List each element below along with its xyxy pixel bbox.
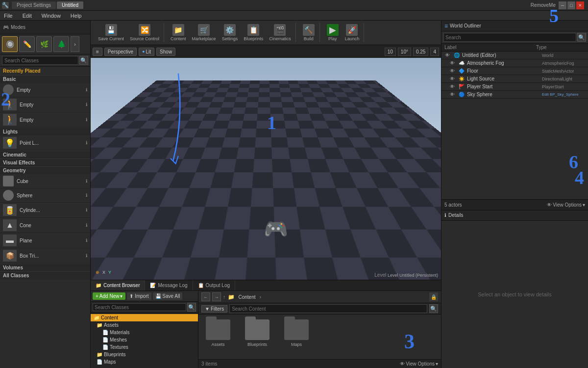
outliner-light-source[interactable]: 👁 ☀️ Light Source DirectionalLight: [441, 75, 588, 83]
content-grid[interactable]: Assets Blueprints Maps 3: [198, 315, 441, 359]
marketplace-button[interactable]: 🛒 Marketplace: [190, 23, 219, 42]
content-button[interactable]: 📁 Content: [168, 23, 189, 42]
menu-window[interactable]: Window: [40, 13, 63, 19]
outliner-atmospheric-fog[interactable]: 👁 ☁️ Atmospheric Fog AtmosphericFog: [441, 59, 588, 67]
vis-icon-4[interactable]: 👁: [448, 84, 456, 89]
lit-button[interactable]: ● Lit: [139, 48, 154, 56]
viewport-menu-button[interactable]: ≡: [93, 48, 102, 56]
content-search-button[interactable]: 🔍: [429, 304, 438, 313]
place-info-cone[interactable]: ℹ: [86, 223, 87, 228]
lock-button[interactable]: 🔒: [429, 292, 438, 301]
place-plane[interactable]: ▬ Plane ℹ: [0, 233, 90, 248]
place-cone[interactable]: ▲ Cone ℹ: [0, 218, 90, 233]
content-search-input[interactable]: [229, 304, 427, 313]
outliner-search-button[interactable]: 🔍: [577, 33, 586, 42]
place-boxtri[interactable]: 📦 Box Tri... ℹ: [0, 248, 90, 263]
tree-blueprints[interactable]: 📁 Blueprints: [91, 351, 198, 358]
vis-icon-0[interactable]: 👁: [443, 53, 451, 58]
tab-project-settings[interactable]: Project Settings: [12, 1, 56, 9]
outliner-untitled[interactable]: 👁 🌐 Untitled (Editor) World: [441, 52, 588, 59]
import-button[interactable]: ⬆ Import: [127, 292, 151, 300]
place-info-sphere[interactable]: ℹ: [86, 193, 87, 198]
place-empty-2[interactable]: 🚶 Empty ℹ: [0, 97, 90, 112]
save-all-button[interactable]: 💾 Save All: [153, 292, 183, 300]
blueprints-button[interactable]: 📋 Blueprints: [241, 23, 266, 42]
cinematics-button[interactable]: 🎬 Cinematics: [267, 23, 294, 42]
place-empty-3[interactable]: 🚶 Empty ℹ: [0, 112, 90, 128]
perspective-button[interactable]: Perspective: [104, 48, 137, 56]
settings-button[interactable]: ⚙️ Settings: [220, 23, 241, 42]
vis-icon-5[interactable]: 👁: [448, 92, 456, 97]
vis-icon-3[interactable]: 👁: [448, 76, 456, 81]
place-info-1[interactable]: ℹ: [86, 87, 87, 92]
outliner-sky-sphere[interactable]: 👁 🔵 Sky Sphere Edit BP_Sky_Sphere: [441, 91, 588, 99]
category-vfx: Visual Effects: [0, 158, 90, 166]
place-info-cyl[interactable]: ℹ: [86, 208, 87, 212]
place-pointlight[interactable]: 💡 Point L... ℹ: [0, 135, 90, 151]
mode-foliage[interactable]: 🌿: [36, 36, 52, 52]
viewport-scene[interactable]: 🎮 1 Level Level Untitled (Persistent) ⊕ …: [91, 58, 441, 280]
vis-icon-2[interactable]: 👁: [448, 68, 456, 74]
place-cylinder[interactable]: 🥫 Cylinde... ℹ: [0, 203, 90, 218]
view-options-outliner[interactable]: 👁 View Options ▾: [547, 202, 585, 208]
tree-assets[interactable]: 📁 Assets: [91, 321, 198, 329]
tree-maps[interactable]: 📄 Maps: [91, 358, 198, 366]
place-sphere[interactable]: Sphere ℹ: [0, 188, 90, 203]
menu-help[interactable]: Help: [69, 13, 84, 19]
tab-message-log[interactable]: 📝 Message Log: [145, 280, 193, 290]
outliner-floor[interactable]: 👁 🔷 Floor StaticMeshActor: [441, 67, 588, 75]
add-new-button[interactable]: + Add New ▾: [93, 292, 125, 300]
menu-file[interactable]: File: [2, 13, 15, 19]
viewport[interactable]: ≡ Perspective ● Lit Show 10 10° 0.25: [91, 45, 441, 280]
source-control-button[interactable]: 🔀 Source Control: [127, 23, 162, 42]
outliner-search-input[interactable]: [443, 33, 576, 42]
mode-select[interactable]: 🔘: [2, 36, 18, 52]
folder-maps[interactable]: Maps: [282, 319, 311, 347]
tab-output-log[interactable]: 📋 Output Log: [193, 280, 235, 290]
marketplace-icon: 🛒: [198, 24, 210, 36]
mode-landscape[interactable]: 🌲: [53, 36, 69, 52]
view-options-button[interactable]: 👁 View Options ▾: [400, 361, 438, 367]
vis-icon-1[interactable]: 👁: [448, 60, 456, 66]
nav-forward-button[interactable]: →: [212, 292, 221, 301]
build-button[interactable]: 🔨 Build: [300, 23, 318, 42]
tree-materials[interactable]: 📄 Materials: [91, 329, 198, 336]
tab-content-browser[interactable]: 📁 Content Browser: [91, 280, 145, 290]
filters-button[interactable]: ▼ Filters: [201, 305, 227, 313]
show-button[interactable]: Show: [156, 48, 175, 56]
path-content: Content: [237, 294, 258, 300]
outliner-player-start[interactable]: 👁 🚩 Player Start PlayerStart: [441, 83, 588, 91]
mode-expand[interactable]: ›: [71, 36, 79, 52]
details-placeholder: Select an object to view details: [478, 291, 551, 297]
place-info-3[interactable]: ℹ: [86, 117, 87, 122]
tab-untitled[interactable]: Untitled: [57, 1, 83, 9]
place-info-2[interactable]: ℹ: [86, 102, 87, 107]
folder-search-button[interactable]: 🔍: [187, 303, 196, 312]
minimize-button[interactable]: ─: [559, 1, 566, 9]
place-info-bt[interactable]: ℹ: [86, 253, 87, 258]
menu-edit[interactable]: Edit: [21, 13, 34, 19]
nav-back-button[interactable]: ←: [201, 292, 210, 301]
folder-assets[interactable]: Assets: [203, 319, 233, 347]
launch-button[interactable]: 🚀 Launch: [343, 23, 362, 42]
place-cube[interactable]: Cube ℹ: [0, 174, 90, 188]
save-current-button[interactable]: 💾 Save Current: [96, 23, 126, 42]
close-button[interactable]: ✕: [576, 1, 584, 9]
search-classes-button[interactable]: 🔍: [79, 56, 88, 65]
tree-meshes[interactable]: 📄 Meshes: [91, 336, 198, 343]
place-empty-1[interactable]: Empty ℹ: [0, 83, 90, 97]
tree-content[interactable]: 📁 Content: [91, 314, 198, 321]
place-info-plane[interactable]: ℹ: [86, 238, 87, 243]
details-title: Details: [448, 212, 464, 218]
maximize-button[interactable]: □: [567, 1, 575, 9]
viewport-compass: ⊕ X Y: [96, 270, 111, 275]
folder-search-input[interactable]: [93, 303, 186, 311]
tree-textures[interactable]: 📄 Textures: [91, 343, 198, 351]
mode-paint[interactable]: ✏️: [19, 36, 35, 52]
place-info-pl[interactable]: ℹ: [86, 140, 87, 145]
place-info-cube[interactable]: ℹ: [86, 179, 87, 184]
play-button[interactable]: ▶ Play: [324, 23, 342, 42]
category-cinematic: Cinematic: [0, 151, 90, 158]
search-classes-input[interactable]: [2, 56, 78, 65]
folder-blueprints[interactable]: Blueprints: [243, 319, 272, 347]
